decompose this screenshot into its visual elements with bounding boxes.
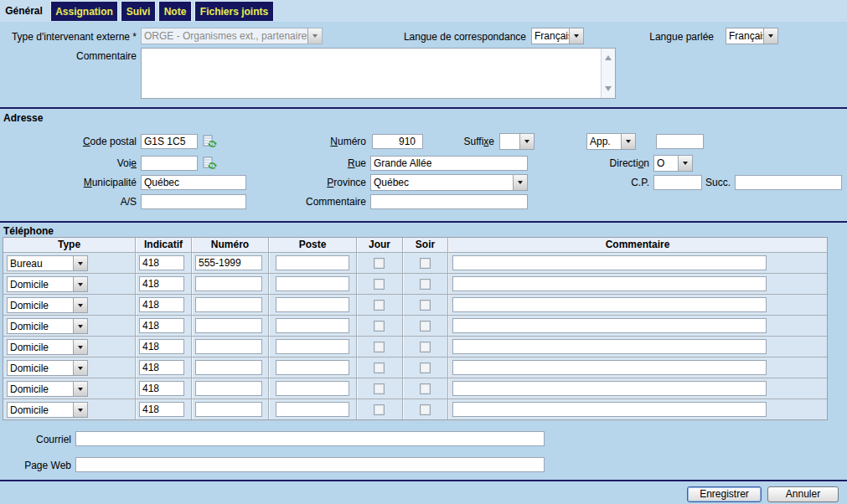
phone-indicatif-input[interactable] — [139, 402, 184, 417]
phone-type-select[interactable]: Domicile — [7, 297, 88, 313]
phone-numero-input[interactable] — [195, 360, 262, 375]
langue-correspondance-label: Langue de correspondance — [385, 31, 526, 43]
phone-poste-input[interactable] — [276, 339, 349, 354]
phone-poste-input[interactable] — [276, 402, 349, 417]
textarea-scrollbar[interactable] — [601, 49, 615, 98]
chevron-down-icon — [73, 361, 87, 375]
rue-input[interactable] — [370, 156, 528, 171]
soir-checkbox — [420, 342, 431, 352]
phone-poste-input[interactable] — [276, 318, 349, 333]
phone-row: Domicile — [3, 315, 827, 336]
chevron-down-icon — [73, 382, 87, 396]
phone-poste-input[interactable] — [276, 360, 349, 375]
phone-commentaire-input[interactable] — [452, 318, 767, 333]
phone-type-select[interactable]: Domicile — [7, 318, 88, 334]
postal-lookup-icon[interactable] — [203, 134, 217, 148]
tab-general[interactable]: Général — [0, 1, 48, 21]
code-postal-label: Code postal — [0, 136, 137, 147]
direction-select[interactable]: O — [653, 155, 693, 172]
footer-divider — [0, 480, 847, 481]
phone-type-select[interactable]: Domicile — [7, 339, 88, 355]
col-poste: Poste — [269, 238, 357, 252]
phone-type-select[interactable]: Bureau — [7, 255, 88, 271]
phone-type-select[interactable]: Domicile — [7, 276, 88, 292]
phone-commentaire-input[interactable] — [452, 339, 767, 354]
province-select[interactable]: Québec — [370, 174, 528, 191]
phone-numero-input[interactable] — [195, 339, 262, 354]
phone-numero-input[interactable] — [195, 402, 262, 417]
phone-commentaire-input[interactable] — [452, 402, 767, 417]
phone-indicatif-input[interactable] — [139, 297, 184, 312]
langue-parlee-select[interactable]: Français — [726, 28, 778, 44]
chevron-down-icon — [569, 28, 583, 44]
phone-row: Bureau — [3, 252, 827, 273]
phone-poste-input[interactable] — [276, 255, 349, 270]
phone-numero-input[interactable] — [195, 297, 262, 312]
phone-indicatif-input[interactable] — [139, 318, 184, 333]
tab-suivi[interactable]: Suivi — [121, 1, 156, 21]
soir-checkbox — [420, 321, 431, 332]
phone-indicatif-input[interactable] — [139, 381, 184, 396]
scroll-down-icon[interactable] — [605, 86, 612, 95]
phone-commentaire-input[interactable] — [452, 297, 767, 312]
courriel-input[interactable] — [75, 431, 545, 446]
phone-table-header: Type Indicatif Numéro Poste Jour Soir Co… — [3, 238, 827, 252]
telephone-section-title: Téléphone — [3, 225, 54, 237]
suffixe-select[interactable] — [499, 133, 535, 150]
phone-indicatif-input[interactable] — [139, 339, 184, 354]
chevron-down-icon — [73, 298, 87, 312]
col-indicatif: Indicatif — [136, 238, 192, 252]
phone-commentaire-input[interactable] — [452, 381, 767, 396]
voie-lookup-icon[interactable] — [203, 156, 217, 170]
phone-numero-input[interactable] — [195, 255, 262, 270]
chevron-down-icon — [73, 340, 87, 354]
direction-label: Direction — [536, 157, 649, 169]
phone-indicatif-input[interactable] — [139, 255, 184, 270]
phone-type-select[interactable]: Domicile — [7, 360, 88, 376]
phone-commentaire-input[interactable] — [452, 276, 767, 291]
phone-poste-input[interactable] — [276, 381, 349, 396]
commentaire-adresse-input[interactable] — [370, 194, 528, 209]
soir-checkbox — [420, 363, 431, 373]
phone-type-select[interactable]: Domicile — [7, 402, 88, 418]
commentaire-general-textarea[interactable] — [141, 48, 616, 99]
tab-fichiers-joints[interactable]: Fichiers joints — [194, 1, 274, 21]
app-select[interactable]: App. — [586, 133, 636, 150]
succ-label: Succ. — [687, 177, 731, 188]
soir-checkbox — [420, 383, 431, 394]
col-numero: Numéro — [192, 238, 269, 252]
chevron-down-icon — [73, 403, 87, 417]
succ-input[interactable] — [735, 175, 842, 190]
as-label: A/S — [0, 196, 137, 208]
numero-label: Numéro — [251, 136, 366, 147]
tab-assignation[interactable]: Assignation — [50, 1, 118, 21]
phone-numero-input[interactable] — [195, 276, 262, 291]
langue-parlee-label: Langue parlée — [620, 31, 714, 43]
tab-note[interactable]: Note — [158, 1, 192, 21]
phone-indicatif-input[interactable] — [139, 276, 184, 291]
as-input[interactable] — [141, 194, 246, 209]
phone-poste-input[interactable] — [276, 297, 349, 312]
commentaire-general-input[interactable] — [142, 49, 601, 98]
suffixe-label: Suffixe — [402, 136, 494, 147]
voie-input[interactable] — [141, 156, 198, 171]
cancel-button[interactable]: Annuler — [767, 486, 839, 502]
save-button[interactable]: Enregistrer — [687, 486, 762, 502]
jour-checkbox — [374, 404, 385, 415]
langue-correspondance-select[interactable]: Français — [531, 28, 584, 44]
phone-numero-input[interactable] — [195, 318, 262, 333]
phone-commentaire-input[interactable] — [452, 255, 767, 270]
page-web-input[interactable] — [75, 457, 545, 472]
province-label: Province — [251, 177, 366, 188]
phone-numero-input[interactable] — [195, 381, 262, 396]
code-postal-input[interactable] — [141, 134, 198, 149]
chevron-down-icon — [73, 256, 87, 270]
jour-checkbox — [374, 363, 385, 373]
phone-poste-input[interactable] — [276, 276, 349, 291]
phone-type-select[interactable]: Domicile — [7, 381, 88, 397]
phone-commentaire-input[interactable] — [452, 360, 767, 375]
app-number-input[interactable] — [656, 134, 704, 149]
scroll-up-icon[interactable] — [605, 52, 612, 60]
phone-indicatif-input[interactable] — [139, 360, 184, 375]
municipalite-input[interactable] — [141, 175, 246, 190]
